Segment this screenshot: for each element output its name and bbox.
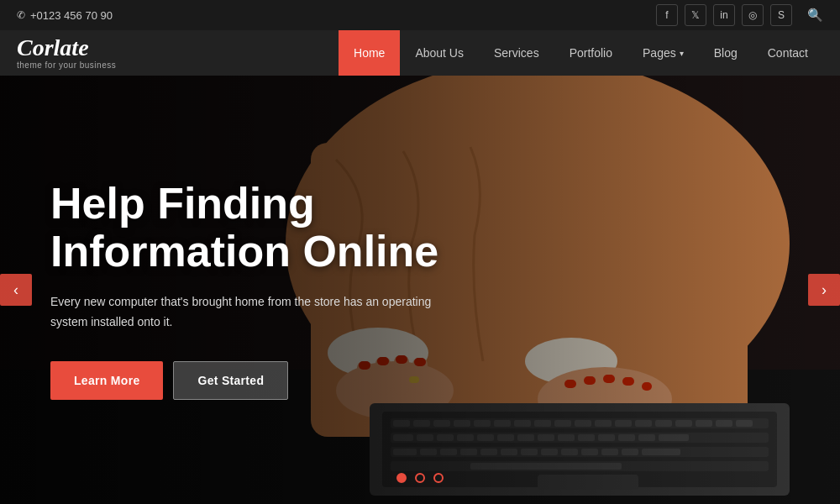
navbar: Corlate theme for your business Home Abo… [0,30,840,76]
linkedin-icon[interactable]: in [713,4,735,26]
nav-pages-label: Pages [643,46,676,60]
slider-dots [396,473,444,483]
hero-title-line2: Information Online [50,227,438,276]
nav-portfolio[interactable]: Portfolio [554,30,627,76]
slider-prev-button[interactable]: ‹ [0,274,32,306]
nav-blog[interactable]: Blog [699,30,753,76]
nav-home[interactable]: Home [339,30,400,76]
phone-number: ✆ +0123 456 70 90 [17,9,113,22]
top-bar: ✆ +0123 456 70 90 f 𝕏 in ◎ S 🔍 [0,0,840,30]
hero-section: Help Finding Information Online Every ne… [0,76,840,504]
get-started-button[interactable]: Get Started [173,361,288,400]
chevron-down-icon: ▾ [680,49,684,58]
slide-dot-1[interactable] [396,473,407,483]
nav-about[interactable]: About Us [400,30,479,76]
nav-services[interactable]: Services [479,30,554,76]
search-icon[interactable]: 🔍 [807,8,823,23]
logo-text: Corlate [17,36,89,60]
slider-next-button[interactable]: › [808,274,840,306]
hero-content: Help Finding Information Online Every ne… [0,76,504,504]
hero-buttons: Learn More Get Started [50,361,454,400]
skype-icon[interactable]: S [770,4,792,26]
phone-text: +0123 456 70 90 [30,9,113,22]
hero-subtitle: Every new computer that's brought home f… [50,292,454,333]
phone-icon: ✆ [17,9,25,21]
learn-more-button[interactable]: Learn More [50,361,163,400]
nav-pages[interactable]: Pages ▾ [627,30,699,76]
hero-title: Help Finding Information Online [50,180,454,276]
social-links: f 𝕏 in ◎ S 🔍 [656,4,823,26]
nav-links: Home About Us Services Portfolio Pages ▾… [339,30,823,76]
slide-dot-3[interactable] [433,473,444,483]
hero-title-line1: Help Finding [50,179,315,228]
logo[interactable]: Corlate theme for your business [17,36,116,70]
nav-contact[interactable]: Contact [753,30,823,76]
twitter-icon[interactable]: 𝕏 [685,4,706,26]
facebook-icon[interactable]: f [656,4,678,26]
slide-dot-2[interactable] [415,473,425,483]
circle-social-icon[interactable]: ◎ [742,4,764,26]
logo-tagline: theme for your business [17,60,116,70]
